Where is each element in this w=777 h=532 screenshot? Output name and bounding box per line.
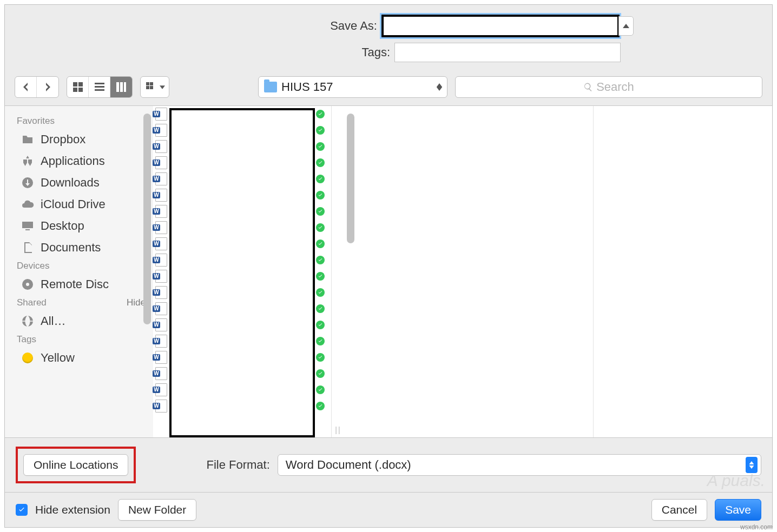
- sidebar-group-title: Favorites: [5, 114, 153, 129]
- group-segment: [140, 76, 169, 98]
- sidebar-item-label: All…: [41, 314, 65, 328]
- format-row: Online Locations File Format: Word Docum…: [5, 437, 772, 492]
- svg-point-2: [26, 283, 29, 286]
- save-button[interactable]: Save: [715, 499, 761, 521]
- column-resizer[interactable]: ||: [332, 106, 345, 437]
- sync-ok-icon: [316, 142, 325, 151]
- online-locations-button[interactable]: Online Locations: [23, 454, 128, 476]
- chevron-right-icon: [41, 81, 54, 94]
- save-dialog: Save As: Tags:: [4, 4, 773, 528]
- word-document-icon: [155, 172, 167, 185]
- collapse-toggle[interactable]: [618, 16, 634, 36]
- view-list-button[interactable]: [89, 77, 110, 97]
- sync-ok-icon: [316, 126, 325, 135]
- back-button[interactable]: [15, 77, 37, 97]
- file-browser: FavoritesDropboxApplicationsDownloadsiCl…: [5, 106, 772, 437]
- cloud-icon: [20, 198, 35, 211]
- checkmark-icon: [18, 506, 25, 514]
- file-column: [153, 106, 332, 437]
- word-document-icon: [155, 318, 167, 331]
- sync-ok-icon: [316, 402, 325, 410]
- preview-column: [345, 106, 594, 437]
- sidebar-item-remote-disc[interactable]: Remote Disc: [5, 274, 153, 295]
- location-name: HIUS 157: [281, 80, 432, 94]
- chevron-down-icon: [160, 85, 165, 89]
- file-format-label: File Format:: [206, 458, 269, 472]
- sidebar-item-applications[interactable]: Applications: [5, 150, 153, 172]
- icon-view-icon: [71, 81, 84, 94]
- cancel-button[interactable]: Cancel: [651, 499, 707, 521]
- sidebar-item-label: Documents: [41, 241, 101, 255]
- disc-icon: [20, 278, 35, 291]
- sidebar-item-all-[interactable]: All…: [5, 310, 153, 332]
- sidebar-item-documents[interactable]: Documents: [5, 237, 153, 258]
- new-folder-button[interactable]: New Folder: [118, 499, 196, 521]
- search-field[interactable]: Search: [455, 76, 762, 98]
- forward-button[interactable]: [37, 77, 58, 97]
- sidebar-item-label: Downloads: [41, 176, 100, 190]
- sidebar-item-label: Remote Disc: [41, 277, 109, 291]
- word-document-icon: [155, 108, 167, 121]
- sidebar-group-label: Shared: [17, 297, 47, 308]
- save-as-input[interactable]: [381, 15, 620, 37]
- sidebar-group-label: Devices: [17, 261, 49, 271]
- location-popup[interactable]: HIUS 157: [258, 76, 447, 98]
- sidebar-item-dropbox[interactable]: Dropbox: [5, 129, 153, 150]
- sidebar-scrollbar[interactable]: [143, 114, 151, 324]
- word-document-icon: [155, 254, 167, 267]
- search-placeholder: Search: [596, 80, 634, 94]
- tags-input[interactable]: [394, 43, 621, 62]
- sync-ok-icon: [316, 304, 325, 313]
- file-format-select[interactable]: Word Document (.docx): [278, 454, 761, 476]
- sidebar-group-title: Devices: [5, 258, 153, 274]
- word-document-icon: [155, 156, 167, 169]
- tag-yellow-icon: [20, 351, 35, 364]
- sidebar-item-label: iCloud Drive: [41, 197, 106, 211]
- folder-icon: [264, 82, 277, 92]
- chevron-up-icon: [623, 24, 629, 28]
- network-icon: [20, 315, 35, 328]
- hide-extension-label: Hide extension: [35, 503, 110, 516]
- top-form: Save As: Tags:: [5, 5, 772, 73]
- sidebar-group-title: SharedHide: [5, 295, 153, 310]
- search-icon: [583, 82, 593, 92]
- online-locations-highlight: Online Locations: [16, 447, 136, 483]
- sync-ok-icon: [316, 369, 325, 378]
- sync-ok-icon: [316, 288, 325, 297]
- apps-icon: [20, 155, 35, 168]
- hide-extension-checkbox[interactable]: [16, 504, 28, 516]
- tags-label: Tags:: [156, 45, 394, 59]
- sync-ok-icon: [316, 353, 325, 362]
- sidebar: FavoritesDropboxApplicationsDownloadsiCl…: [5, 106, 153, 437]
- view-columns-button[interactable]: [110, 77, 132, 97]
- sync-ok-icon: [316, 158, 325, 167]
- word-document-icon: [155, 335, 167, 348]
- group-button[interactable]: [141, 77, 169, 97]
- location-arrows-icon: [436, 83, 443, 91]
- word-document-icon: [155, 270, 167, 283]
- sidebar-group-title: Tags: [5, 332, 153, 347]
- sidebar-item-yellow[interactable]: Yellow: [5, 347, 153, 369]
- word-document-icon: [155, 237, 167, 250]
- sidebar-item-label: Dropbox: [41, 132, 85, 147]
- nav-segment: [15, 76, 59, 98]
- view-icons-button[interactable]: [67, 77, 89, 97]
- filename-redaction-overlay: [169, 108, 315, 437]
- word-document-icon: [155, 302, 167, 315]
- sidebar-hide-button[interactable]: Hide: [127, 297, 146, 308]
- word-document-icon: [155, 367, 167, 380]
- chevron-left-icon: [19, 81, 32, 94]
- sidebar-item-icloud-drive[interactable]: iCloud Drive: [5, 194, 153, 215]
- sidebar-item-downloads[interactable]: Downloads: [5, 172, 153, 194]
- downloads-icon: [20, 176, 35, 189]
- column-view-icon: [115, 81, 128, 94]
- word-document-icon: [155, 221, 167, 234]
- source-mark: wsxdn.com: [740, 523, 773, 531]
- group-icon: [144, 81, 157, 94]
- word-document-icon: [155, 351, 167, 364]
- word-document-icon: [155, 400, 167, 413]
- sidebar-item-desktop[interactable]: Desktop: [5, 215, 153, 237]
- sync-ok-icon: [316, 191, 325, 200]
- preview-scrollbar[interactable]: [347, 114, 354, 243]
- word-document-icon: [155, 189, 167, 202]
